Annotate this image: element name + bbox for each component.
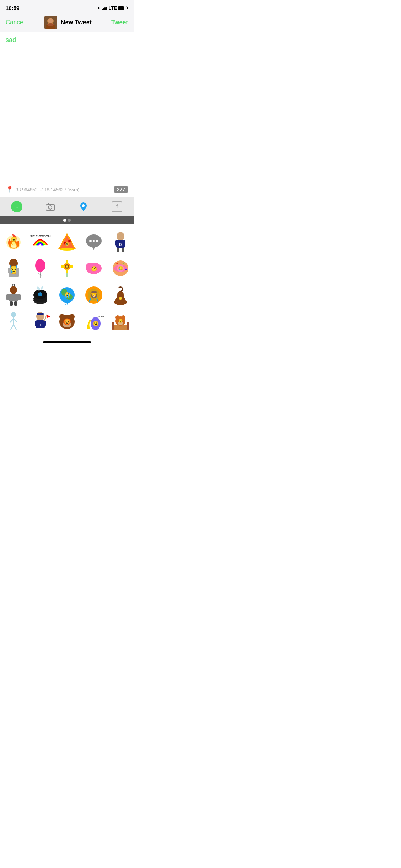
char-count-badge: 277 [114,186,128,193]
svg-point-6 [48,206,52,209]
svg-text:!?: !? [12,284,15,288]
svg-point-22 [89,240,92,242]
svg-rect-36 [8,268,11,273]
avatar [44,16,57,29]
toolbar: ··· f [0,197,134,216]
sticker-rainbow[interactable]: I HATE EVERYTHING [27,228,53,255]
nav-title: New Tweet [44,16,92,29]
sticker-alexa[interactable] [27,281,53,308]
sticker-button[interactable]: ··· [9,200,25,213]
home-indicator [0,339,134,345]
svg-text:😠: 😠 [10,236,17,242]
sticker-confused-player[interactable]: !? [0,281,27,308]
sticker-balloon[interactable] [27,255,53,281]
svg-text:😮: 😮 [92,321,99,327]
location-button[interactable] [76,200,91,213]
signal-bars-icon [102,6,107,10]
location-arrow-icon: ➤ [97,6,100,10]
sticker-sad-donut[interactable]: 😢 [107,255,134,281]
svg-rect-7 [48,203,52,205]
status-bar: 10:59 ➤ LTE [0,0,134,13]
location-coordinates: 33.964852, -118.145637 (65m) [16,187,79,192]
sticker-grid: 🔥 😠 I HATE EVERYTHING 😢 [0,224,134,339]
sticker-walking[interactable] [0,308,27,335]
home-bar [43,341,91,343]
svg-text:😒: 😒 [118,319,123,323]
facebook-icon: f [112,201,122,212]
location-icon [79,202,87,212]
svg-rect-102 [43,321,46,326]
svg-point-14 [41,246,47,250]
svg-text:😢: 😢 [65,242,70,246]
svg-text:I HATE EVERYTHING: I HATE EVERYTHING [30,234,51,238]
sticker-pink-cloud[interactable]: 😟 [80,255,107,281]
sticker-sad-sunflower[interactable]: 😞 [53,255,80,281]
svg-rect-98 [37,313,44,315]
svg-point-49 [66,269,68,273]
svg-rect-115 [127,322,129,330]
svg-rect-65 [17,294,21,300]
svg-rect-32 [122,248,124,252]
sticker-crying-earth[interactable]: 😭 [53,281,80,308]
svg-text:😐: 😐 [119,296,122,300]
svg-text:😞: 😞 [65,265,69,269]
tweet-input-area[interactable]: sad [0,32,134,182]
svg-rect-64 [6,294,10,300]
tweet-button[interactable]: Tweet [111,19,128,26]
svg-point-4 [47,23,54,26]
svg-rect-66 [10,301,13,306]
svg-rect-37 [16,268,19,273]
svg-point-50 [61,265,65,268]
svg-point-2 [48,18,53,23]
location-pin-icon: 📍 [6,186,14,193]
svg-point-8 [82,204,85,207]
sticker-banana-monster[interactable]: 😮 *THERE [80,308,107,335]
battery-icon [118,6,128,10]
svg-point-48 [69,265,73,268]
svg-point-40 [35,259,45,272]
sticker-icon: ··· [11,201,22,212]
svg-point-91 [11,312,16,317]
camera-button[interactable] [42,200,58,213]
svg-point-13 [34,246,40,250]
svg-point-72 [38,292,42,296]
sticker-poop[interactable]: 😐 [107,281,134,308]
svg-text:😡: 😡 [63,318,71,326]
svg-text:😭: 😭 [64,292,70,298]
status-icons: ➤ LTE [97,5,128,11]
svg-rect-114 [112,322,114,330]
page-dot-1 [63,219,66,222]
sticker-sad-pizza[interactable]: 😢 [53,228,80,255]
status-time: 10:59 [6,5,19,11]
svg-line-103 [44,315,47,321]
svg-text:😟: 😟 [91,266,97,272]
sticker-football-fan[interactable]: 1 [27,308,53,335]
svg-rect-67 [14,301,17,306]
page-dot-2 [68,219,71,222]
sticker-crying-man[interactable]: 😢 [0,255,27,281]
sticker-fire-sad[interactable]: 🔥 😠 [0,228,27,255]
page-title: New Tweet [61,19,92,26]
svg-line-95 [11,325,14,330]
sticker-bear-couch[interactable]: 😒 [107,308,134,335]
svg-point-74 [41,286,43,290]
sticker-angry-bear[interactable]: 😡 [53,308,80,335]
svg-marker-25 [92,247,96,250]
location-bar: 📍 33.964852, -118.145637 (65m) 277 [0,182,134,197]
svg-point-26 [117,232,124,241]
svg-rect-31 [117,248,119,252]
svg-text:😢: 😢 [118,265,123,271]
svg-text:12: 12 [118,243,123,247]
svg-rect-30 [123,240,125,246]
location-info: 📍 33.964852, -118.145637 (65m) [6,186,79,193]
tweet-content[interactable]: sad [6,36,16,43]
sticker-football-player[interactable]: 12 [107,228,134,255]
page-indicators [0,216,134,224]
sticker-crying-lion[interactable]: 🦁 [80,281,107,308]
sticker-typing-bubble[interactable] [80,228,107,255]
facebook-button[interactable]: f [109,200,125,213]
camera-icon [45,202,55,211]
svg-point-23 [93,240,95,242]
cancel-button[interactable]: Cancel [6,19,25,26]
lte-label: LTE [108,5,117,11]
